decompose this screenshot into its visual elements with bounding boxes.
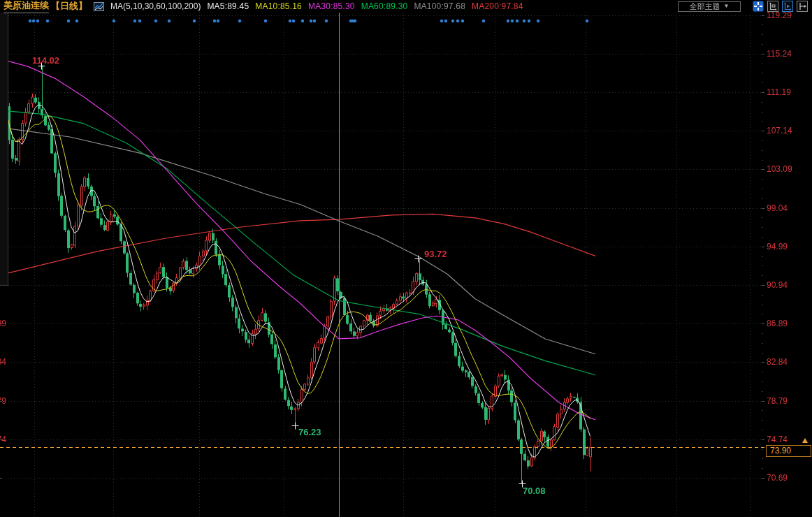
axis-shift-icon[interactable] <box>797 1 808 12</box>
chart-toolbar <box>753 1 808 12</box>
ma60-value: MA60:89.30 <box>361 1 408 11</box>
candlestick-chart-canvas[interactable] <box>0 0 812 517</box>
symbol-title[interactable]: 美原油连续 <box>3 0 49 13</box>
chevron-down-icon: ▼ <box>724 3 730 9</box>
ma-settings-label[interactable]: MA(5,10,30,60,100,200) <box>110 1 201 11</box>
current-price-tag[interactable]: 73.90 <box>766 445 811 457</box>
line-chart-icon[interactable] <box>94 1 104 12</box>
trading-chart-app: { "header": { "symbol": "美原油连续", "period… <box>0 0 812 517</box>
left-axis-edge <box>0 13 8 286</box>
ma10-value: MA10:85.16 <box>255 1 302 11</box>
ma5-value: MA5:89.45 <box>207 1 249 11</box>
axis-scale-active-icon[interactable] <box>782 1 793 12</box>
period-label: 【日线】 <box>51 0 87 13</box>
theme-dropdown[interactable]: 全部主题 ▼ <box>678 1 741 12</box>
theme-dropdown-label: 全部主题 <box>690 1 720 12</box>
axis-scale-icon[interactable] <box>767 1 778 12</box>
ma100-value: MA100:97.68 <box>414 1 465 11</box>
ma200-value: MA200:97.84 <box>472 1 523 11</box>
ma30-value: MA30:85.30 <box>308 1 355 11</box>
crosshair-grid-icon[interactable] <box>753 1 764 12</box>
chart-header: 美原油连续 【日线】 MA(5,10,30,60,100,200) MA5:89… <box>0 0 812 13</box>
